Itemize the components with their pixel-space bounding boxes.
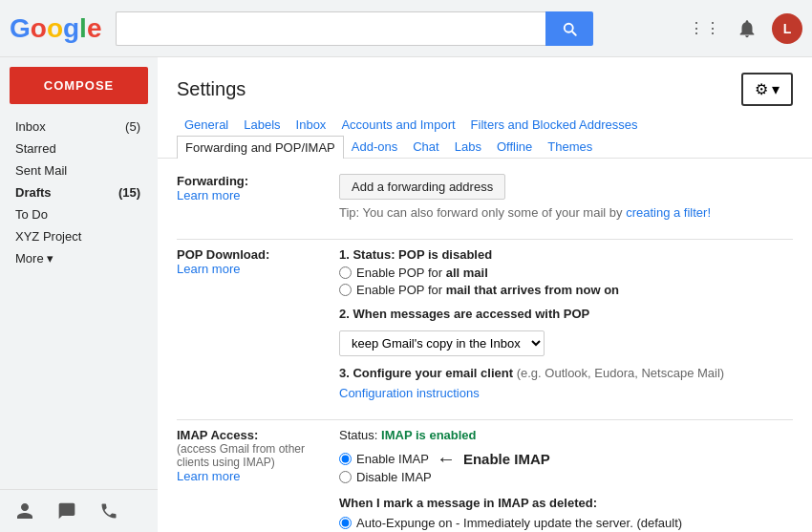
google-logo: Google <box>10 13 101 44</box>
notifications-icon[interactable] <box>730 11 764 46</box>
pop-section3-title: 3. Configure your email client (e.g. Out… <box>339 366 793 380</box>
forwarding-learn-more[interactable]: Learn more <box>177 188 240 202</box>
pop-content: 1. Status: POP is disabled Enable POP fo… <box>339 247 793 400</box>
tab-forwarding-pop-imap[interactable]: Forwarding and POP/IMAP <box>177 136 344 159</box>
forwarding-content: Add a forwarding address Tip: You can al… <box>339 174 793 220</box>
forwarding-tip: Tip: You can also forward only some of y… <box>339 205 793 220</box>
imap-enable-radio[interactable] <box>339 453 352 465</box>
forwarding-label-title: Forwarding: <box>177 174 339 188</box>
imap-disable-radio[interactable] <box>339 471 352 483</box>
annotation-text: Enable IMAP <box>463 451 550 467</box>
phone-icon[interactable] <box>96 498 122 524</box>
pop-enable-all-radio[interactable] <box>339 266 352 279</box>
add-forwarding-address-button[interactable]: Add a forwarding address <box>339 174 505 200</box>
logo-g2: g <box>63 13 79 44</box>
imap-disable-radio-label[interactable]: Disable IMAP <box>339 470 793 484</box>
avatar[interactable]: L <box>772 13 802 44</box>
settings-gear-button[interactable]: ⚙ ▾ <box>741 73 793 106</box>
pop-enable-now-radio[interactable] <box>339 284 352 296</box>
sidebar-item-inbox[interactable]: Inbox (5) <box>0 116 150 138</box>
auto-expunge-on-radio-label[interactable]: Auto-Expunge on - Immediately update the… <box>339 516 793 530</box>
creating-filter-link[interactable]: creating a filter! <box>626 205 711 220</box>
header: Google ⋮⋮ L <box>0 0 812 57</box>
imap-learn-more[interactable]: Learn more <box>177 469 240 483</box>
imap-status-value: IMAP is enabled <box>381 428 476 442</box>
pop-accessed-dropdown[interactable]: keep Gmail's copy in the Inbox <box>339 330 545 356</box>
pop-learn-more[interactable]: Learn more <box>177 262 240 276</box>
settings-header: Settings ⚙ ▾ <box>158 57 812 114</box>
tab-labs[interactable]: Labs <box>447 136 489 158</box>
search-input[interactable] <box>116 11 545 46</box>
imap-label-note: (access Gmail from other clients using I… <box>177 442 339 469</box>
header-icons: ⋮⋮ L <box>688 11 802 46</box>
imap-enable-row: Enable IMAP ← Enable IMAP <box>339 448 793 470</box>
settings-body: Forwarding: Learn more Add a forwarding … <box>158 159 812 532</box>
pop-section: POP Download: Learn more 1. Status: POP … <box>177 247 793 400</box>
settings-title: Settings <box>177 78 246 100</box>
pop-label-title: POP Download: <box>177 247 339 262</box>
sidebar-wrapper: COMPOSE Inbox (5) Starred Sent Mail Draf… <box>0 57 158 532</box>
pop-enable-now-radio-label[interactable]: Enable POP for mail that arrives from no… <box>339 283 793 297</box>
search-bar <box>116 11 593 46</box>
settings-content: Settings ⚙ ▾ General Labels Inbox Accoun… <box>158 57 812 532</box>
imap-label: IMAP Access: (access Gmail from other cl… <box>177 428 339 532</box>
imap-label-title: IMAP Access: <box>177 428 339 442</box>
gear-icon: ⚙ <box>755 80 768 98</box>
tab-chat[interactable]: Chat <box>405 136 446 158</box>
search-button[interactable] <box>545 11 593 46</box>
sidebar-item-todo[interactable]: To Do <box>0 203 150 225</box>
logo-o2: o <box>47 13 63 44</box>
auto-expunge-on-radio[interactable] <box>339 517 352 529</box>
divider-2 <box>177 419 793 420</box>
sidebar-bottom <box>0 489 158 532</box>
forwarding-section: Forwarding: Learn more Add a forwarding … <box>177 174 793 220</box>
logo-g: G <box>10 13 31 44</box>
imap-enable-radio-label[interactable]: Enable IMAP <box>339 452 429 466</box>
divider-1 <box>177 239 793 240</box>
logo-o1: o <box>31 13 47 44</box>
tab-themes[interactable]: Themes <box>540 136 600 158</box>
sidebar-item-sent[interactable]: Sent Mail <box>0 160 150 181</box>
apps-icon[interactable]: ⋮⋮ <box>688 11 722 46</box>
tab-general[interactable]: General <box>177 114 236 136</box>
tab-inbox[interactable]: Inbox <box>288 114 334 136</box>
main-layout: COMPOSE Inbox (5) Starred Sent Mail Draf… <box>0 57 812 532</box>
sidebar-item-xyz[interactable]: XYZ Project <box>0 225 150 247</box>
tabs-row2: Forwarding and POP/IMAP Add-ons Chat Lab… <box>158 136 812 159</box>
imap-status: Status: IMAP is enabled <box>339 428 793 442</box>
tab-labels[interactable]: Labels <box>236 114 288 136</box>
when-deleted-title: When I mark a message in IMAP as deleted… <box>339 496 793 510</box>
sidebar-item-starred[interactable]: Starred <box>0 138 150 160</box>
tab-addons[interactable]: Add-ons <box>344 136 405 158</box>
contacts-icon[interactable] <box>11 498 38 524</box>
tab-filters[interactable]: Filters and Blocked Addresses <box>463 114 646 136</box>
pop-enable-all-radio-label[interactable]: Enable POP for all mail <box>339 266 793 280</box>
when-deleted-section: When I mark a message in IMAP as deleted… <box>339 496 793 532</box>
config-instructions-link[interactable]: Configuration instructions <box>339 386 793 400</box>
sidebar-more-button[interactable]: More ▾ <box>0 247 158 269</box>
pop-section2-title: 2. When messages are accessed with POP <box>339 307 793 321</box>
sidebar-item-drafts[interactable]: Drafts (15) <box>0 181 150 203</box>
compose-button[interactable]: COMPOSE <box>10 67 148 104</box>
forwarding-label: Forwarding: Learn more <box>177 174 339 220</box>
logo-l: l <box>79 13 87 44</box>
pop-status: 1. Status: POP is disabled <box>339 247 793 262</box>
sidebar: COMPOSE Inbox (5) Starred Sent Mail Draf… <box>0 57 158 279</box>
imap-section: IMAP Access: (access Gmail from other cl… <box>177 428 793 532</box>
annotation-arrow: ← <box>437 448 456 470</box>
imap-content: Status: IMAP is enabled Enable IMAP ← En… <box>339 428 793 532</box>
pop-label: POP Download: Learn more <box>177 247 339 400</box>
tab-accounts-import[interactable]: Accounts and Import <box>333 114 462 136</box>
chat-icon[interactable] <box>53 498 80 524</box>
tab-offline[interactable]: Offline <box>489 136 540 158</box>
gear-dropdown-arrow: ▾ <box>772 80 780 98</box>
search-icon <box>561 20 578 37</box>
tabs-row1: General Labels Inbox Accounts and Import… <box>158 114 812 136</box>
logo-e: e <box>87 13 102 44</box>
